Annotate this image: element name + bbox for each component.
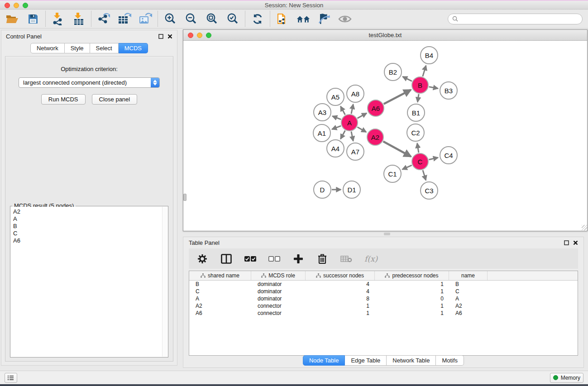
network-zoom-button[interactable] <box>206 33 211 38</box>
refresh-icon[interactable] <box>251 12 264 26</box>
graph-node-A1[interactable]: A1 <box>313 124 331 142</box>
float-panel-icon[interactable] <box>158 34 163 39</box>
new-network-from-selection-icon[interactable] <box>276 12 289 26</box>
table-tab-edge-table[interactable]: Edge Table <box>345 355 387 366</box>
network-window-titlebar[interactable]: testGlobe.txt <box>183 30 587 41</box>
column-header-MCDS-role[interactable]: MCDS role <box>251 271 306 280</box>
graph-node-C[interactable]: C <box>411 153 429 170</box>
mcds-result-scrollbar[interactable] <box>162 207 167 357</box>
graph-node-A[interactable]: A <box>341 114 358 131</box>
column-view-icon[interactable] <box>220 253 232 265</box>
graph-edge-B-B4[interactable] <box>423 66 426 76</box>
graph-edge-A-A3[interactable] <box>332 116 341 119</box>
graph-edge-C-C1[interactable] <box>402 165 412 169</box>
zoom-fit-icon[interactable] <box>205 12 219 26</box>
table-row[interactable]: A6connector11A6 <box>189 310 578 317</box>
graph-node-C1[interactable]: C1 <box>383 165 402 183</box>
column-header-name[interactable]: name <box>449 271 488 280</box>
column-header-predecessor-nodes[interactable]: predecessor nodes <box>375 271 449 280</box>
network-minimize-button[interactable] <box>197 33 202 38</box>
graph-edge-B-B3[interactable] <box>429 87 438 89</box>
table-tab-motifs[interactable]: Motifs <box>436 355 464 366</box>
tab-network[interactable]: Network <box>30 43 65 53</box>
mcds-result-item[interactable]: C <box>13 230 160 237</box>
close-table-panel-icon[interactable] <box>573 240 578 245</box>
memory-button[interactable]: Memory <box>550 373 583 383</box>
graph-edge-A-A7[interactable] <box>351 132 353 141</box>
graph-node-A3[interactable]: A3 <box>313 103 331 121</box>
add-icon[interactable] <box>292 253 304 265</box>
export-network-icon[interactable] <box>97 12 110 26</box>
tab-mcds[interactable]: MCDS <box>119 43 148 53</box>
graph-node-A7[interactable]: A7 <box>346 143 364 161</box>
close-panel-icon[interactable] <box>167 34 172 39</box>
zoom-window-button[interactable] <box>23 3 28 8</box>
graph-edge-A-A8[interactable] <box>351 105 353 114</box>
graph-node-A8[interactable]: A8 <box>346 85 364 103</box>
search-input[interactable] <box>460 16 578 22</box>
network-vertical-scrollbar[interactable] <box>183 194 186 201</box>
table-tab-node-table[interactable]: Node Table <box>303 355 345 366</box>
close-panel-button[interactable]: Close panel <box>92 94 138 105</box>
graph-node-B1[interactable]: B1 <box>407 104 425 122</box>
deselect-all-icon[interactable] <box>268 253 280 265</box>
column-header-successor-nodes[interactable]: successor nodes <box>306 271 375 280</box>
mcds-result-item[interactable]: A2 <box>13 208 160 215</box>
graph-edge-C-C2[interactable] <box>417 143 419 153</box>
graph-node-D1[interactable]: D1 <box>343 181 361 199</box>
graph-edge-A-A5[interactable] <box>340 106 345 114</box>
network-resize-grip[interactable] <box>582 225 587 230</box>
zoom-in-icon[interactable] <box>163 12 177 26</box>
graph-edge-C-C4[interactable] <box>429 157 438 159</box>
network-horizontal-scrollbar[interactable] <box>384 233 390 235</box>
select-all-icon[interactable] <box>244 253 256 265</box>
mcds-result-item[interactable]: A6 <box>13 237 160 244</box>
table-tab-network-table[interactable]: Network Table <box>387 355 436 366</box>
table-row[interactable]: Cdominator41C <box>189 288 578 295</box>
float-table-panel-icon[interactable] <box>564 240 569 245</box>
show-all-icon[interactable] <box>338 12 352 26</box>
hide-selected-icon[interactable] <box>317 12 331 26</box>
save-session-icon[interactable] <box>26 12 40 26</box>
export-image-icon[interactable] <box>139 12 152 26</box>
criterion-select[interactable]: largest connected component (directed) <box>19 77 160 88</box>
delete-table-icon[interactable] <box>340 253 352 265</box>
graph-node-A6[interactable]: A6 <box>367 100 384 117</box>
graph-node-C2[interactable]: C2 <box>406 124 425 142</box>
column-header-shared-name[interactable]: shared name <box>189 271 251 280</box>
search-field[interactable] <box>448 14 583 24</box>
graph-node-B2[interactable]: B2 <box>384 63 402 81</box>
run-mcds-button[interactable]: Run MCDS <box>41 94 86 105</box>
task-history-button[interactable] <box>5 373 17 383</box>
graph-edge-B-B2[interactable] <box>403 76 412 81</box>
export-table-icon[interactable] <box>118 12 131 26</box>
first-neighbors-icon[interactable] <box>296 12 310 26</box>
graph-node-A2[interactable]: A2 <box>367 129 384 146</box>
graph-edge-A-A1[interactable] <box>332 126 341 129</box>
network-canvas[interactable]: B4B2BB3A5A8A6A3B1AA1C2A2A4A7C4CC1DD1C3 <box>183 41 587 230</box>
minimize-window-button[interactable] <box>14 3 19 8</box>
tab-style[interactable]: Style <box>65 43 90 53</box>
table-row[interactable]: Bdominator41B <box>189 281 578 288</box>
table-row[interactable]: Adominator80A <box>189 295 578 302</box>
graph-edge-B-B1[interactable] <box>418 94 419 102</box>
zoom-out-icon[interactable] <box>184 12 198 26</box>
graph-edge-A-A4[interactable] <box>340 131 345 139</box>
import-table-icon[interactable] <box>72 12 86 26</box>
graph-node-A4[interactable]: A4 <box>326 139 344 157</box>
graph-node-B3[interactable]: B3 <box>440 81 458 100</box>
graph-node-D[interactable]: D <box>313 181 331 199</box>
mcds-result-item[interactable]: B <box>13 223 160 230</box>
settings-gear-icon[interactable] <box>196 253 208 265</box>
graph-edge-A6-B[interactable] <box>384 90 411 104</box>
delete-icon[interactable] <box>316 253 328 265</box>
table-row[interactable]: A2connector11A2 <box>189 302 578 310</box>
mcds-result-list[interactable]: A2ABCA6 <box>11 207 162 357</box>
import-network-icon[interactable] <box>51 12 65 26</box>
graph-node-C3[interactable]: C3 <box>420 181 438 200</box>
graph-edge-A-A2[interactable] <box>357 127 366 132</box>
graph-node-B4[interactable]: B4 <box>420 46 438 64</box>
graph-node-C4[interactable]: C4 <box>440 146 458 164</box>
graph-node-B[interactable]: B <box>411 76 429 94</box>
graph-node-A5[interactable]: A5 <box>326 88 344 106</box>
